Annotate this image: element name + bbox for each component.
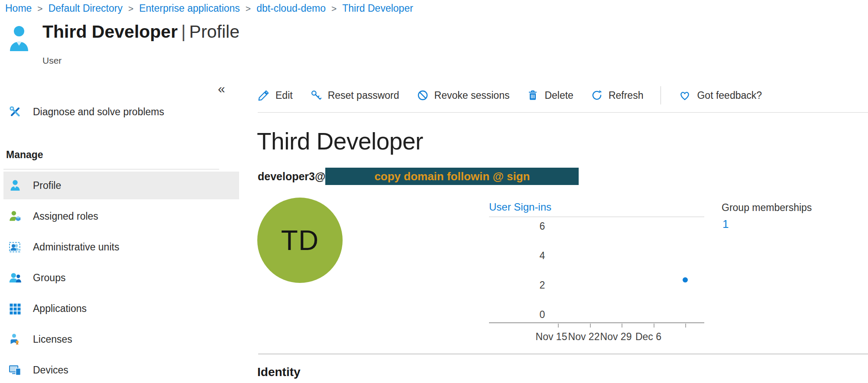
heart-icon [678,89,691,101]
edit-button[interactable]: Edit [258,89,293,101]
sidebar-item-label: Assigned roles [33,211,98,222]
x-axis-tickmark [558,324,559,328]
breadcrumb-enterprise-applications[interactable]: Enterprise applications [139,3,240,14]
refresh-label: Refresh [609,90,644,101]
toolbar-bottom-divider [258,112,868,113]
revoke-sessions-button[interactable]: Revoke sessions [417,89,510,101]
user-principal-name: developer3@ copy domain followin @ sign [258,167,579,185]
sidebar-item-label: Licenses [33,334,72,345]
page-title-section: Profile [189,22,240,42]
user-avatar-icon [9,25,29,52]
x-axis-label: Nov 15 [536,331,567,343]
redaction-overlay: copy domain followin @ sign [325,168,579,185]
sidebar-item-label: Devices [33,364,68,376]
x-axis-tickmark [622,324,622,328]
y-axis-tick: 4 [536,250,549,261]
page-title: Third Developer|Profile [42,22,240,42]
email-prefix: developer3@ [258,170,325,183]
pencil-icon [258,89,270,101]
group-memberships-label: Group memberships [722,202,812,214]
got-feedback-button[interactable]: Got feedback? [678,89,762,101]
sidebar-item-administrative-units[interactable]: Administrative units [3,233,239,261]
breadcrumb-dbt-cloud-demo[interactable]: dbt-cloud-demo [256,3,326,14]
x-axis-label: Nov 29 [600,331,632,343]
sidebar-item-label: Profile [33,180,61,192]
page-title-name: Third Developer [42,22,178,42]
avatar: TD [257,198,343,283]
assigned-roles-icon [8,209,23,224]
sidebar-divider [3,169,219,169]
breadcrumb-separator: > [37,3,42,14]
breadcrumb-separator: > [128,3,133,14]
breadcrumb-third-developer[interactable]: Third Developer [342,3,413,14]
sidebar: « Diagnose and solve problems Manage [0,65,239,383]
x-axis-tickmark [685,324,686,328]
sidebar-item-label: Administrative units [33,241,119,253]
azure-user-profile-page: Home > Default Directory > Enterprise ap… [0,0,868,383]
breadcrumb-default-directory[interactable]: Default Directory [49,3,123,14]
y-axis-tick: 2 [536,280,549,290]
revoke-sessions-label: Revoke sessions [434,90,510,101]
sidebar-item-profile[interactable]: Profile [3,172,239,199]
profile-person-icon [8,178,23,193]
diagnose-tools-icon [8,104,23,119]
licenses-icon [8,332,23,347]
refresh-button[interactable]: Refresh [591,89,644,101]
sidebar-item-label: Groups [33,272,65,284]
block-icon [417,89,429,101]
applications-grid-icon [8,301,23,316]
breadcrumb-home[interactable]: Home [5,3,32,14]
y-axis-tick: 6 [536,221,549,231]
trash-icon [527,89,539,101]
object-type-label: User [42,55,62,66]
delete-button[interactable]: Delete [527,89,573,101]
key-icon [310,89,322,101]
sidebar-item-groups[interactable]: Groups [3,264,239,292]
sidebar-item-applications[interactable]: Applications [3,295,239,322]
avatar-initials: TD [281,224,319,256]
reset-password-label: Reset password [328,90,399,101]
groups-icon [8,270,23,285]
sidebar-section-manage: Manage [6,149,43,161]
x-axis-tickmark [590,324,591,328]
x-axis-label: Nov 22 [568,331,600,343]
identity-section-divider [258,354,868,354]
y-axis-tick: 0 [536,309,549,320]
x-axis-line [489,322,704,323]
sidebar-item-label: Applications [33,303,87,315]
toolbar-divider [661,86,661,104]
x-axis-tickmark [654,324,654,328]
sidebar-item-licenses[interactable]: Licenses [3,325,239,353]
sidebar-item-diagnose[interactable]: Diagnose and solve problems [3,102,239,121]
user-display-name: Third Developer [257,127,423,155]
administrative-units-icon [8,240,23,254]
x-axis-label: Dec 6 [635,331,661,343]
breadcrumb-separator: > [246,3,251,14]
user-sign-ins-title[interactable]: User Sign-ins [489,201,551,213]
breadcrumb: Home > Default Directory > Enterprise ap… [5,3,413,14]
collapse-sidebar-icon[interactable]: « [218,82,225,95]
got-feedback-label: Got feedback? [697,90,762,101]
devices-icon [8,363,23,377]
reset-password-button[interactable]: Reset password [310,89,399,101]
user-sign-ins-chart: User Sign-ins 6 4 2 0 Nov 15 Nov 22 Nov … [489,201,706,348]
sign-in-data-point [683,277,688,282]
chart-divider [489,217,704,217]
refresh-icon [591,89,603,101]
sidebar-item-label: Diagnose and solve problems [33,106,164,118]
group-memberships-value-link[interactable]: 1 [722,217,729,231]
sidebar-item-assigned-roles[interactable]: Assigned roles [3,202,239,230]
breadcrumb-separator: > [331,3,337,14]
edit-label: Edit [275,90,293,101]
identity-section-title: Identity [257,365,301,379]
command-bar: Edit Reset password Revoke sessions [258,84,762,107]
delete-label: Delete [544,90,573,101]
page-title-divider: | [181,22,186,42]
sidebar-item-devices[interactable]: Devices [3,356,239,383]
